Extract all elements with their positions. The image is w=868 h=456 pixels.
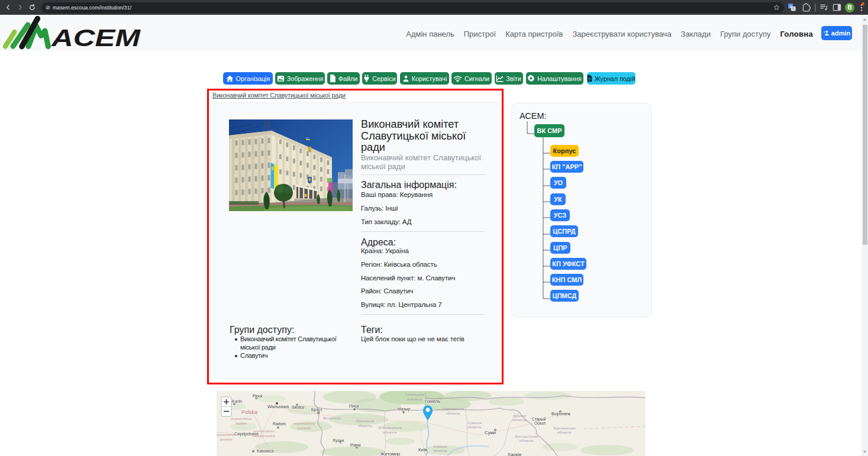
svg-text:Częstochowa: Częstochowa xyxy=(234,432,259,436)
svg-text:województwo: województwo xyxy=(293,422,315,425)
svg-text:Луцьк: Луцьк xyxy=(333,438,344,443)
svg-text:Воронежская: Воронежская xyxy=(553,426,576,430)
svg-text:województwo: województwo xyxy=(231,417,252,421)
svg-text:Рівненська: Рівненська xyxy=(356,419,375,423)
svg-text:Белгородская: Белгородская xyxy=(515,435,538,438)
svg-text:область: область xyxy=(358,424,372,428)
svg-text:Київ: Київ xyxy=(418,447,427,452)
svg-text:Житомирська: Житомирська xyxy=(377,426,402,429)
svg-text:область: область xyxy=(433,449,447,452)
svg-text:Брэст: Брэст xyxy=(311,408,323,412)
svg-text:Воронеж: Воронеж xyxy=(551,411,571,416)
svg-text:вобласць: вобласць xyxy=(407,397,422,401)
svg-text:область: область xyxy=(383,431,397,434)
svg-text:Рівне: Рівне xyxy=(350,442,361,448)
svg-text:область: область xyxy=(519,439,534,442)
svg-text:Гомель: Гомель xyxy=(425,399,440,404)
svg-text:lubelskie: lubelskie xyxy=(297,426,311,430)
svg-text:łódzkie: łódzkie xyxy=(236,422,247,425)
svg-text:Сумська: Сумська xyxy=(467,421,482,425)
svg-text:Katowice: Katowice xyxy=(257,448,274,454)
svg-text:Płock: Płock xyxy=(253,394,263,398)
svg-text:область: область xyxy=(512,418,527,422)
svg-text:Polska: Polska xyxy=(241,409,257,415)
svg-text:Radom: Radom xyxy=(273,422,286,426)
svg-text:Суми: Суми xyxy=(485,430,496,435)
svg-text:Пінск: Пінск xyxy=(349,404,359,408)
svg-text:Konin: Konin xyxy=(232,399,242,403)
svg-text:Курская: Курская xyxy=(513,414,527,418)
svg-text:область: область xyxy=(467,425,482,429)
svg-text:文: 文 xyxy=(791,7,795,11)
svg-text:Siedlce: Siedlce xyxy=(292,405,305,409)
svg-text:ACEM: ACEM xyxy=(51,24,141,50)
svg-text:Чернігівське: Чернігівське xyxy=(443,407,464,410)
svg-text:Харків: Харків xyxy=(508,452,521,456)
svg-text:Гомельская: Гомельская xyxy=(405,393,425,396)
svg-text:opolskie: opolskie xyxy=(220,438,233,441)
svg-text:Оскол: Оскол xyxy=(534,421,546,425)
svg-text:Житомир: Житомир xyxy=(380,451,401,456)
svg-text:Мазыр: Мазыр xyxy=(398,407,410,412)
svg-text:область: область xyxy=(557,431,572,434)
svg-text:область: область xyxy=(446,412,460,415)
svg-text:Warszawa: Warszawa xyxy=(267,404,289,409)
svg-text:Київська: Київська xyxy=(433,445,447,448)
svg-text:Волинська: Волинська xyxy=(323,416,341,420)
